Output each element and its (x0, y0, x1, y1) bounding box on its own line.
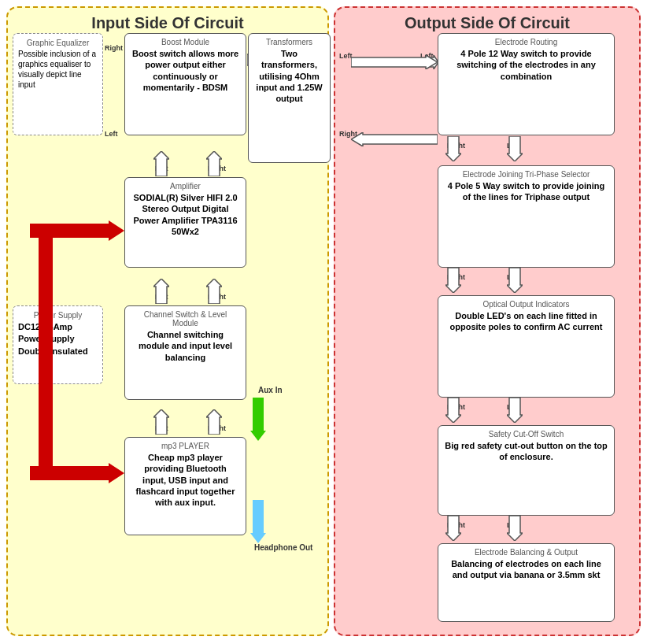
headphone-out-label: Headphone Out (254, 543, 312, 552)
safety-cutoff-title: Safety Cut-Off Switch (445, 430, 608, 439)
main-container: Input Side Of Circuit Graphic Equalizer … (0, 0, 669, 644)
electrode-joining-box: Electrode Joining Tri-Phase Selector 4 P… (438, 165, 615, 268)
arrow-up-right-mp3 (206, 409, 222, 435)
arrow-down-sf-right (507, 516, 523, 541)
svg-marker-4 (206, 279, 222, 304)
electrode-balancing-content: Balancing of electrodes on each line and… (445, 558, 608, 581)
channel-switch-box: Channel Switch & Level Module Channel sw… (124, 305, 246, 400)
mp3-title: mp3 PLAYER (131, 442, 239, 450)
optical-output-title: Optical Output Indicators (445, 300, 608, 309)
electrode-routing-title: Electrode Routing (445, 38, 608, 46)
output-panel-title: Output Side Of Circuit (342, 14, 633, 32)
green-arrow-aux (250, 398, 266, 441)
arrow-up-left-ch (153, 279, 169, 304)
svg-marker-18 (445, 516, 461, 541)
arrow-up-right-amp (206, 151, 222, 176)
electrode-routing-box: Electrode Routing 4 Pole 12 Way switch t… (438, 33, 615, 135)
svg-marker-10 (250, 500, 266, 543)
label-left-1: Left (105, 130, 118, 138)
arrow-up-left-mp3 (153, 409, 169, 435)
arrow-down-er-right (507, 136, 523, 161)
svg-marker-14 (445, 268, 461, 293)
channel-switch-content: Channel switching module and input level… (131, 329, 239, 363)
mp3-player-box: mp3 PLAYER Cheap mp3 player providing Bl… (124, 437, 246, 535)
power-supply-title: Power Supply (18, 311, 98, 320)
optical-output-box: Optical Output Indicators Double LED's o… (438, 295, 615, 398)
svg-marker-17 (507, 398, 523, 423)
graphic-eq-box: Graphic Equalizer Possible inclusion of … (13, 33, 103, 135)
svg-marker-15 (507, 268, 523, 293)
amplifier-content: SODIAL(R) Silver HIFI 2.0 Stereo Output … (131, 192, 239, 237)
electrode-balancing-title: Electrode Balancing & Output (445, 548, 608, 557)
aux-in-label: Aux In (258, 386, 283, 394)
arrow-down-op-left (445, 398, 461, 423)
svg-marker-1 (153, 151, 169, 176)
boost-module-content: Boost switch allows more power output ei… (131, 48, 239, 93)
transformers-box: Transformers Two transformers, utilising… (248, 33, 331, 163)
transformers-content: Two transformers, utilising 4Ohm input a… (255, 48, 323, 104)
svg-marker-9 (250, 398, 266, 441)
arrow-down-ej-right (507, 268, 523, 293)
power-supply-content: DC12V 4Amp Power supply Double Insulated (18, 321, 98, 357)
arrow-down-op-right (507, 398, 523, 423)
electrode-joining-content: 4 Pole 5 Way switch to provide joining o… (445, 180, 608, 203)
input-panel-title: Input Side Of Circuit (14, 14, 321, 32)
input-panel: Input Side Of Circuit Graphic Equalizer … (6, 6, 329, 636)
svg-marker-2 (206, 151, 222, 176)
arrow-up-right-ch (206, 279, 222, 304)
red-vertical-line (39, 230, 53, 474)
amplifier-title: Amplifier (131, 182, 239, 191)
svg-marker-5 (153, 409, 169, 435)
boost-module-box: Boost Module Boost switch allows more po… (124, 33, 246, 135)
mp3-content: Cheap mp3 player providing Bluetooth inp… (131, 452, 239, 508)
transformers-title: Transformers (255, 38, 323, 46)
electrode-joining-title: Electrode Joining Tri-Phase Selector (445, 170, 608, 179)
svg-marker-19 (507, 516, 523, 541)
electrode-routing-content: 4 Pole 12 Way switch to provide switchin… (445, 48, 608, 82)
safety-cutoff-box: Safety Cut-Off Switch Big red safety cut… (438, 425, 615, 516)
svg-marker-13 (507, 136, 523, 161)
arrow-up-left-amp (153, 151, 169, 176)
arrow-down-sf-left (445, 516, 461, 541)
svg-marker-21 (351, 132, 438, 146)
svg-marker-16 (445, 398, 461, 423)
graphic-eq-title: Graphic Equalizer (18, 39, 98, 47)
graphic-eq-content: Possible inclusion of a graphics equalis… (18, 49, 98, 90)
svg-marker-12 (445, 136, 461, 161)
arrow-right-trans (351, 55, 438, 69)
power-supply-box: Power Supply DC12V 4Amp Power supply Dou… (13, 305, 103, 384)
arrow-down-er-left (445, 136, 461, 161)
electrode-balancing-box: Electrode Balancing & Output Balancing o… (438, 543, 615, 622)
label-right-1: Right (105, 44, 123, 52)
optical-output-content: Double LED's on each line fitted in oppo… (445, 310, 608, 333)
safety-cutoff-content: Big red safety cut-out button on the top… (445, 440, 608, 463)
arrow-down-ej-left (445, 268, 461, 293)
boost-module-title: Boost Module (131, 38, 239, 46)
blue-arrow-headphone (250, 500, 266, 543)
svg-marker-6 (206, 409, 222, 435)
svg-marker-20 (351, 55, 438, 69)
arrow-left-trans-ret (351, 132, 438, 146)
output-panel: Output Side Of Circuit Electrode Routing… (334, 6, 641, 636)
amplifier-box: Amplifier SODIAL(R) Silver HIFI 2.0 Ster… (124, 177, 246, 268)
svg-marker-3 (153, 279, 169, 304)
channel-switch-title: Channel Switch & Level Module (131, 310, 239, 328)
